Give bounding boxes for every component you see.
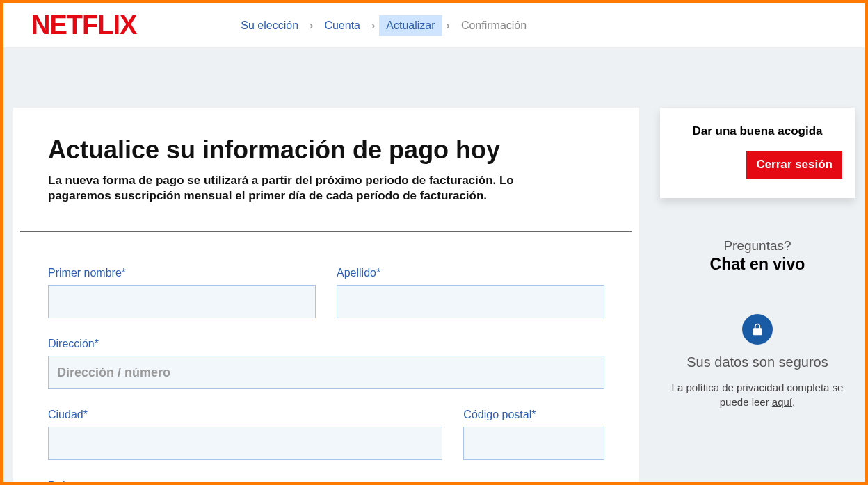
country-label: País [48,479,604,485]
city-label: Ciudad* [48,409,442,421]
secure-text: La política de privacidad completa se pu… [668,380,846,409]
breadcrumb-step-confirmation: Confirmación [454,15,533,36]
chat-block[interactable]: Preguntas? Chat en vivo [660,238,855,274]
secure-title: Sus datos son seguros [668,354,846,370]
last-name-field-group: Apellido* [337,267,604,318]
breadcrumb: Su elección › Cuenta › Actualizar › Conf… [234,15,533,36]
postal-input[interactable] [463,427,604,460]
first-name-label: Primer nombre* [48,267,316,279]
page-description: La nueva forma de pago se utilizará a pa… [48,173,570,204]
page-title: Actualice su información de pago hoy [48,135,604,165]
last-name-input[interactable] [337,285,604,318]
last-name-label: Apellido* [337,267,604,279]
sidebar: Dar una buena acogida Cerrar sesión Preg… [660,108,855,482]
breadcrumb-step-update[interactable]: Actualizar [379,15,442,36]
live-chat-label: Chat en vivo [660,255,855,274]
netflix-logo: NETFLIX [31,10,136,40]
welcome-title: Dar una buena acogida [673,124,842,138]
lock-icon [742,314,773,345]
address-label: Dirección* [48,338,604,350]
chevron-right-icon: › [371,19,375,32]
city-input[interactable] [48,427,442,460]
secure-block: Sus datos son seguros La política de pri… [660,314,855,409]
country-field-group: País [48,479,604,485]
postal-field-group: Código postal* [463,409,604,460]
logout-button[interactable]: Cerrar sesión [746,151,842,179]
postal-label: Código postal* [463,409,604,421]
chevron-right-icon: › [447,19,450,32]
main-card: Actualice su información de pago hoy La … [13,108,639,482]
breadcrumb-step-choice[interactable]: Su elección [234,15,305,36]
first-name-input[interactable] [48,285,316,318]
address-input[interactable] [48,356,604,389]
header: NETFLIX Su elección › Cuenta › Actualiza… [3,3,865,48]
chevron-right-icon: › [310,19,313,32]
breadcrumb-step-account[interactable]: Cuenta [317,15,367,36]
first-name-field-group: Primer nombre* [48,267,316,318]
city-field-group: Ciudad* [48,409,442,460]
privacy-link[interactable]: aquí [772,396,792,408]
welcome-box: Dar una buena acogida Cerrar sesión [660,108,855,198]
divider [20,231,632,232]
address-field-group: Dirección* [48,338,604,389]
questions-label: Preguntas? [660,238,855,254]
